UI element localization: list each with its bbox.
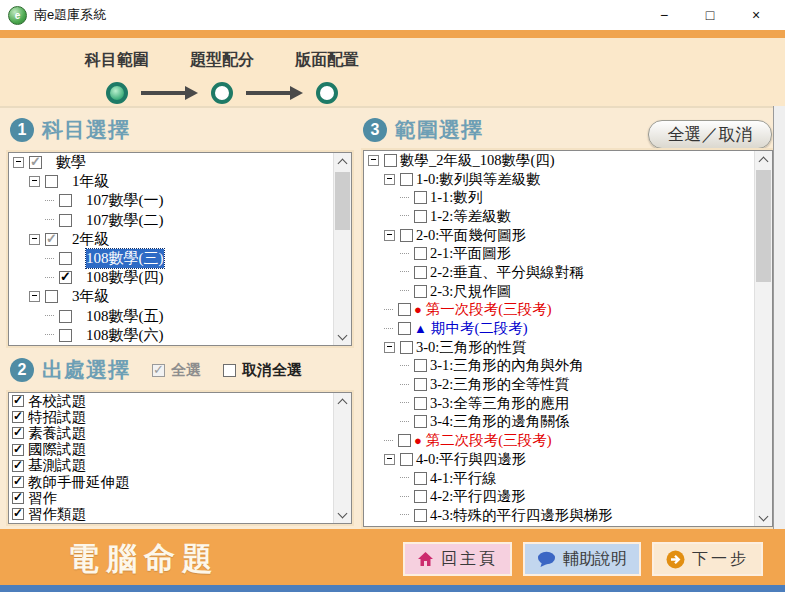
list-item[interactable]: 教師手冊延伸題 [9,474,333,490]
checkbox-icon[interactable] [12,411,24,423]
checkbox-icon[interactable] [414,472,427,485]
tree-node[interactable]: 3-1:三角形的內角與外角 [364,357,754,376]
tree-node[interactable]: 3-4:三角形的邊角關係 [364,413,754,432]
checkbox-icon[interactable] [29,156,42,169]
maximize-button[interactable]: □ [687,0,733,30]
tree-node[interactable]: 108數學(三) [9,249,333,268]
checkbox-icon[interactable] [414,247,427,260]
list-item[interactable]: 素養試題 [9,425,333,441]
home-button[interactable]: 回主頁 [403,542,512,576]
scroll-thumb[interactable] [756,170,771,282]
tree-node[interactable]: 4-1:平行線 [364,469,754,488]
checkbox-icon[interactable] [59,214,72,227]
tree-expander-icon[interactable] [29,234,40,245]
tree-expander-icon[interactable] [384,342,395,353]
checkbox-icon[interactable] [223,364,236,377]
tree-node[interactable]: 2-3:尺規作圖 [364,282,754,301]
tree-expander-icon[interactable] [29,291,40,302]
checkbox-icon[interactable] [400,229,413,242]
tree-node[interactable]: 107數學(一) [9,191,333,210]
tree-node[interactable]: 1年級 [9,172,333,191]
checkbox-icon[interactable] [414,378,427,391]
checkbox-icon[interactable] [400,453,413,466]
help-button[interactable]: 輔助說明 [523,542,641,576]
scroll-up-icon[interactable] [334,393,351,410]
scroll-up-icon[interactable] [755,151,772,168]
checkbox-icon[interactable] [59,194,72,207]
scroll-down-icon[interactable] [334,506,351,523]
tree-node[interactable]: 108數學(六) [9,326,333,345]
checkbox-icon[interactable] [398,322,411,335]
list-item[interactable]: 習作 [9,490,333,506]
checkbox-icon[interactable] [414,509,427,522]
tree-node[interactable]: 1-0:數列與等差級數 [364,170,754,189]
tree-node[interactable]: 2-2:垂直、平分與線對稱 [364,263,754,282]
scroll-down-icon[interactable] [755,509,772,526]
tree-expander-icon[interactable] [384,454,395,465]
tree-expander-icon[interactable] [384,174,395,185]
tree-node[interactable]: 107數學(二) [9,211,333,230]
checkbox-icon[interactable] [59,329,72,342]
checkbox-icon[interactable] [12,476,24,488]
tree-node[interactable]: ●第一次段考(三段考) [364,301,754,320]
tree-node[interactable]: 4-2:平行四邊形 [364,487,754,506]
checkbox-icon[interactable] [400,173,413,186]
select-all-toggle-button[interactable]: 全選／取消 [648,120,772,149]
checkbox-icon[interactable] [12,460,24,472]
checkbox-icon[interactable] [384,154,397,167]
tree-node[interactable]: 3年級 [9,287,333,306]
tree-node[interactable]: 108數學(四) [9,268,333,287]
select-all-checkbox[interactable]: 全選 [152,361,201,380]
next-button[interactable]: 下一步 [652,542,763,576]
tree-expander-icon[interactable] [13,157,24,168]
checkbox-icon[interactable] [45,175,58,188]
checkbox-icon[interactable] [414,490,427,503]
checkbox-icon[interactable] [12,395,24,407]
tree-node[interactable]: ▲期中考(二段考) [364,319,754,338]
checkbox-icon[interactable] [398,303,411,316]
checkbox-icon[interactable] [414,397,427,410]
tree-node[interactable]: 2-0:平面幾何圖形 [364,226,754,245]
deselect-all-checkbox[interactable]: 取消全選 [223,361,302,380]
checkbox-icon[interactable] [414,359,427,372]
tree-expander-icon[interactable] [29,176,40,187]
checkbox-icon[interactable] [400,341,413,354]
checkbox-icon[interactable] [414,191,427,204]
checkbox-icon[interactable] [398,434,411,447]
checkbox-icon[interactable] [45,290,58,303]
checkbox-icon[interactable] [59,271,72,284]
checkbox-icon[interactable] [414,266,427,279]
tree-node[interactable]: 108數學(五) [9,307,333,326]
tree-node[interactable]: 數學_2年級_108數學(四) [364,151,754,170]
checkbox-icon[interactable] [152,364,165,377]
checkbox-icon[interactable] [12,427,24,439]
checkbox-icon[interactable] [414,210,427,223]
subject-tree-scrollbar[interactable] [333,153,351,345]
tree-node[interactable]: 數學 [9,153,333,172]
step-3[interactable]: 版面配置 [294,50,360,104]
tree-node[interactable]: ●第二次段考(三段考) [364,431,754,450]
tree-expander-icon[interactable] [384,230,395,241]
list-item[interactable]: 各校試題 [9,393,333,409]
checkbox-icon[interactable] [12,508,24,520]
tree-node[interactable]: 1-1:數列 [364,188,754,207]
checkbox-icon[interactable] [45,233,58,246]
list-item[interactable]: 國際試題 [9,442,333,458]
close-button[interactable]: × [733,0,779,30]
list-item[interactable]: 特招試題 [9,409,333,425]
checkbox-icon[interactable] [414,285,427,298]
checkbox-icon[interactable] [12,492,24,504]
scroll-down-icon[interactable] [334,328,351,345]
checkbox-icon[interactable] [12,444,24,456]
tree-expander-icon[interactable] [368,155,379,166]
minimize-button[interactable]: − [641,0,687,30]
tree-node[interactable]: 4-3:特殊的平行四邊形與梯形 [364,506,754,525]
tree-node[interactable]: 3-0:三角形的性質 [364,338,754,357]
tree-node[interactable]: 1-2:等差級數 [364,207,754,226]
scroll-up-icon[interactable] [334,153,351,170]
tree-node[interactable]: 3-2:三角形的全等性質 [364,375,754,394]
list-item[interactable]: 基測試題 [9,458,333,474]
range-tree-scrollbar[interactable] [754,151,772,526]
checkbox-icon[interactable] [414,415,427,428]
source-list-scrollbar[interactable] [333,393,351,523]
